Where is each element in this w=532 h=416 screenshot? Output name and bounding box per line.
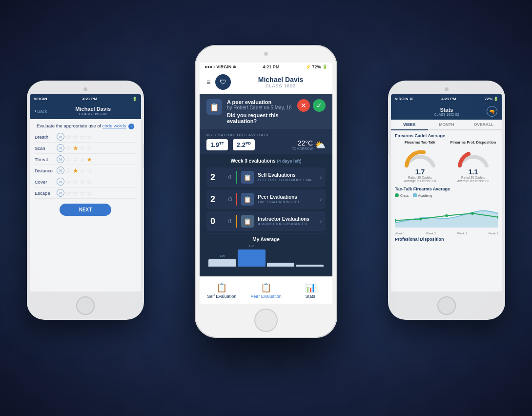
stars-breath: ☆ ☆ ☆ ☆	[66, 133, 92, 141]
left-user-name: Michael Davis	[50, 106, 136, 112]
peer-eval-nav-label: Peer Evaluation	[250, 294, 282, 299]
stars-scan: ☆ ★ ☆ ☆	[66, 145, 92, 152]
instructor-eval-sub: ASK INSTRUCTOR ABOUT IT	[258, 222, 316, 226]
line-chart-legend: Class Academy	[395, 193, 498, 197]
instructor-evaluations-item[interactable]: 0 /1 📋 Instructor Evaluations ASK INSTRU…	[206, 211, 326, 231]
tab-week[interactable]: WEEK	[391, 120, 428, 130]
stats-nav-label: Stats	[305, 294, 315, 299]
eval-label-scan: Scan	[35, 146, 57, 151]
right-home-button[interactable]	[437, 296, 456, 315]
gauge-prof-disp-sub: Rated 30 Cadets	[448, 176, 498, 179]
center-user-name: Michael Davis	[236, 76, 326, 83]
nav-peer-evaluation[interactable]: 📋 Peer Evaluation	[244, 277, 288, 304]
n-badge-threat: N	[57, 155, 64, 163]
stars-threat: ☆ ☆ ☆ ★	[66, 156, 92, 163]
star-2[interactable]: ☆	[73, 156, 79, 163]
star-3[interactable]: ☆	[80, 167, 85, 174]
instructor-eval-icon: 📋	[241, 215, 254, 228]
x-label-week1: Week 1	[395, 232, 405, 235]
star-3[interactable]: ☆	[80, 178, 85, 186]
star-4[interactable]: ☆	[86, 145, 92, 152]
gauge-prof-disp: Firearms Prof. Disposition 1.1 Rated 30 …	[448, 140, 498, 183]
star-4[interactable]: ☆	[86, 178, 92, 186]
center-home-button[interactable]	[254, 309, 278, 332]
eval-row-distance: Distance N ☆ ★ ☆ ☆	[35, 165, 136, 176]
avg-label: MY EVALUATIONS AVERAGE	[206, 133, 326, 137]
notification-title: A peer evaluation	[227, 99, 292, 105]
back-button[interactable]: ‹ Back	[35, 108, 47, 114]
center-phone: ●●●○ VIRGIN ≋ 4:21 PM ⚡ 72% 🔋 ≡ 🛡 Michae…	[195, 45, 337, 338]
legend-class: Class	[395, 193, 409, 197]
cloud-icon: ⛅	[315, 140, 326, 150]
left-home-button[interactable]	[76, 296, 95, 315]
weather-label: TOMORROW	[292, 147, 313, 150]
x-label-week4: Week 4	[489, 232, 498, 235]
star-1[interactable]: ☆	[66, 167, 72, 174]
star-1[interactable]: ☆	[66, 178, 72, 186]
nav-self-evaluation[interactable]: 📋 Self Evaluation	[200, 277, 244, 304]
left-carrier: VIRGIN	[34, 97, 47, 101]
n-badge-cover: N	[57, 178, 64, 186]
star-4[interactable]: ☆	[86, 167, 92, 174]
chart-bar-4	[296, 265, 324, 267]
code-words-link[interactable]: code words	[102, 123, 126, 128]
star-2[interactable]: ★	[73, 167, 79, 174]
right-camera-dot	[445, 87, 449, 91]
instructor-eval-text: Instructor Evaluations ASK INSTRUCTOR AB…	[258, 216, 316, 226]
self-evaluations-item[interactable]: 2 /1 📋 Self Evaluations FEEL FREE TO DO …	[206, 167, 326, 187]
star-4[interactable]: ☆	[86, 133, 92, 141]
self-eval-text: Self Evaluations FEEL FREE TO DO MORE EV…	[258, 172, 316, 182]
tab-month[interactable]: MONTH	[428, 120, 465, 129]
left-status-bar: VIRGIN 4:21 PM 🔋	[30, 94, 141, 103]
star-2[interactable]: ☆	[73, 189, 79, 197]
info-icon[interactable]: i	[128, 124, 134, 129]
stars-distance: ☆ ★ ☆ ☆	[66, 167, 92, 174]
legend-academy: Academy	[413, 193, 432, 197]
star-3[interactable]: ☆	[80, 189, 85, 197]
confirm-button[interactable]: ✓	[313, 99, 326, 112]
star-3[interactable]: ☆	[80, 145, 85, 152]
line-chart-section: Tac-Talk Firearms Average Class Academy	[395, 187, 498, 242]
star-1[interactable]: ☆	[66, 156, 72, 163]
peer-eval-divider	[236, 193, 237, 206]
nav-stats[interactable]: 📊 Stats	[288, 277, 332, 304]
center-camera-dot	[264, 52, 268, 56]
eval-table: Breath N ☆ ☆ ☆ ☆ Scan N	[35, 131, 136, 199]
gauge-tac-talk-sub: Rated 30 Cadets	[395, 176, 445, 179]
peer-evaluations-item[interactable]: 2 /3 📋 Peer Evaluations ONE EVALUATION L…	[206, 189, 326, 209]
right-header: Stats CLASS 1602-02 🔫	[391, 103, 502, 120]
star-1[interactable]: ☆	[66, 189, 72, 197]
star-3[interactable]: ☆	[80, 156, 85, 163]
star-1[interactable]: ☆	[66, 133, 72, 141]
star-2[interactable]: ☆	[73, 178, 79, 186]
star-2[interactable]: ★	[73, 145, 79, 152]
star-4[interactable]: ★	[86, 156, 92, 163]
left-phone: VIRGIN 4:21 PM 🔋 ‹ Back Michael Davis CL…	[27, 81, 144, 320]
star-1[interactable]: ☆	[66, 145, 72, 152]
peer-eval-count: 2	[210, 194, 224, 205]
right-side-button-left	[388, 139, 389, 154]
notification-actions: ✕ ✓	[297, 99, 326, 112]
star-4[interactable]: ☆	[86, 189, 92, 197]
week-title: Week 3 evaluations (4 days left)	[206, 158, 326, 164]
star-2[interactable]: ☆	[73, 133, 79, 141]
star-3[interactable]: ☆	[80, 133, 85, 141]
eval-label-distance: Distance	[35, 168, 57, 173]
next-button[interactable]: NEXT	[60, 204, 112, 216]
self-eval-icon: 📋	[241, 171, 254, 184]
tab-overall[interactable]: OVERALL	[465, 120, 502, 129]
gauge-prof-disp-avg: Average of Others: 2.0	[448, 179, 498, 183]
center-side-button	[337, 108, 337, 133]
peer-eval-sub: ONE EVALUATION LEFT	[258, 200, 316, 204]
notification-question: Did you request this evaluation?	[227, 112, 292, 124]
n-badge-breath: N	[57, 133, 64, 141]
right-phone: VIRGIN ≋ 4:21 PM 72% 🔋 Stats CLASS 1602-…	[388, 81, 505, 320]
center-header-info: Michael Davis CLASS 1602	[236, 76, 326, 88]
cancel-button[interactable]: ✕	[297, 99, 310, 112]
chart-bar-3	[267, 263, 295, 267]
avg-chart-area: 3 1.95 2.45	[206, 245, 326, 267]
x-label-week3: Week 3	[457, 232, 467, 235]
menu-icon[interactable]: ≡	[206, 78, 210, 86]
line-chart-title: Tac-Talk Firearms Average	[395, 187, 498, 191]
stars-cover: ☆ ☆ ☆ ☆	[66, 178, 92, 186]
